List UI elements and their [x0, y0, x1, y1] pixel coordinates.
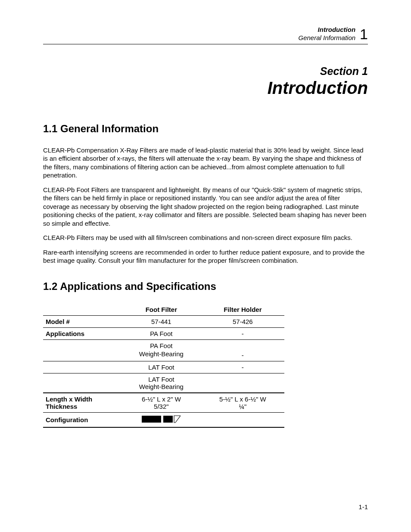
page: Introduction General Information 1 Secti… — [0, 0, 411, 532]
cell: Weight-Bearing — [121, 383, 201, 393]
header-subtitle: General Information — [299, 34, 356, 42]
table-row: PA Foot — [43, 339, 284, 349]
cell-configuration-diagram — [121, 412, 201, 427]
cell: - — [201, 361, 284, 373]
cell: 6-½" L x 2" W — [121, 393, 201, 403]
chapter-number: 1 — [360, 27, 368, 41]
cell: 57-426 — [201, 315, 284, 327]
svg-rect-1 — [163, 416, 173, 423]
row-label: Length x Width — [43, 393, 121, 403]
row-label: Thickness — [43, 403, 121, 413]
row-label: Configuration — [43, 412, 121, 427]
svg-rect-0 — [142, 416, 161, 423]
specifications-table: Foot Filter Filter Holder Model # 57-441… — [43, 304, 284, 428]
table-row: Thickness 5/32" ¼" — [43, 403, 284, 413]
table-row: Weight-Bearing - — [43, 349, 284, 361]
cell: LAT Foot — [121, 361, 201, 373]
table-row: Model # 57-441 57-426 — [43, 315, 284, 327]
paragraph: CLEAR-Pb Foot Filters are transparent an… — [43, 186, 368, 228]
row-label: Applications — [43, 327, 121, 339]
cell: 5-½" L x 6-½" W — [201, 393, 284, 403]
cell: PA Foot — [121, 339, 201, 349]
heading-general-information: 1.1 General Information — [43, 123, 368, 135]
cell: PA Foot — [121, 327, 201, 339]
filter-shape-icon — [142, 415, 181, 423]
page-number: 1-1 — [358, 503, 368, 510]
table-row: Configuration — [43, 412, 284, 427]
section-title: Introduction — [43, 78, 368, 98]
table-row: Length x Width 6-½" L x 2" W 5-½" L x 6-… — [43, 393, 284, 403]
table-row: LAT Foot — [43, 373, 284, 383]
page-header: Introduction General Information 1 — [43, 26, 368, 44]
column-header: Foot Filter — [121, 304, 201, 316]
cell: LAT Foot — [121, 373, 201, 383]
paragraph: Rare-earth intensifying screens are reco… — [43, 248, 368, 265]
section-label: Section 1 — [43, 65, 368, 78]
column-header: Filter Holder — [201, 304, 284, 316]
cell: - — [201, 349, 284, 361]
table-row: LAT Foot - — [43, 361, 284, 373]
paragraph: CLEAR-Pb Compensation X-Ray Filters are … — [43, 146, 368, 180]
cell: - — [201, 327, 284, 339]
table-row: Weight-Bearing — [43, 383, 284, 393]
header-title: Introduction — [299, 26, 356, 34]
cell: Weight-Bearing — [121, 349, 201, 361]
cell: ¼" — [201, 403, 284, 413]
cell: 57-441 — [121, 315, 201, 327]
paragraph: CLEAR-Pb Filters may be used with all fi… — [43, 233, 368, 242]
cell: 5/32" — [121, 403, 201, 413]
table-row: Applications PA Foot - — [43, 327, 284, 339]
heading-applications-specifications: 1.2 Applications and Specifications — [43, 280, 368, 292]
row-label: Model # — [43, 315, 121, 327]
section-heading-block: Section 1 Introduction — [43, 65, 368, 98]
